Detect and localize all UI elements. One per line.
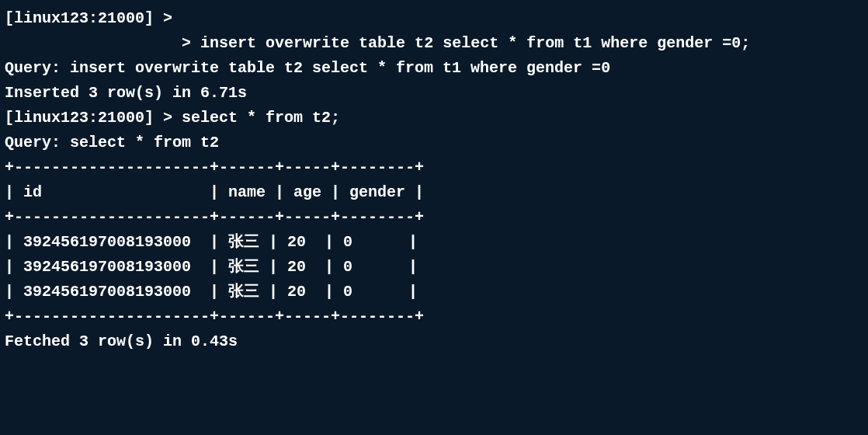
command-input[interactable]: select * from t2; xyxy=(182,109,340,127)
query-echo: Query: select * from t2 xyxy=(5,130,863,155)
command-input[interactable]: insert overwrite table t2 select * from … xyxy=(200,34,750,52)
prompt-line: [linux123:21000] > select * from t2; xyxy=(5,106,863,130)
table-row: | 392456197008193000 | 张三 | 20 | 0 | xyxy=(5,255,863,280)
query-echo: Query: insert overwrite table t2 select … xyxy=(5,56,863,81)
fetch-result: Fetched 3 row(s) in 0.43s xyxy=(5,329,863,354)
continuation-line: > insert overwrite table t2 select * fro… xyxy=(5,31,863,56)
table-row: | 392456197008193000 | 张三 | 20 | 0 | xyxy=(5,230,863,255)
prompt-line-empty: [linux123:21000] > xyxy=(5,6,863,31)
table-border: +---------------------+------+-----+----… xyxy=(5,304,863,329)
insert-result: Inserted 3 row(s) in 6.71s xyxy=(5,81,863,106)
terminal-output: [linux123:21000] > > insert overwrite ta… xyxy=(5,6,863,354)
prompt[interactable]: [linux123:21000] > xyxy=(5,9,172,27)
continuation-prompt: > xyxy=(182,34,191,52)
table-border: +---------------------+------+-----+----… xyxy=(5,155,863,180)
table-border: +---------------------+------+-----+----… xyxy=(5,205,863,230)
table-header: | id | name | age | gender | xyxy=(5,180,863,205)
prompt[interactable]: [linux123:21000] > xyxy=(5,109,172,127)
table-row: | 392456197008193000 | 张三 | 20 | 0 | xyxy=(5,280,863,304)
